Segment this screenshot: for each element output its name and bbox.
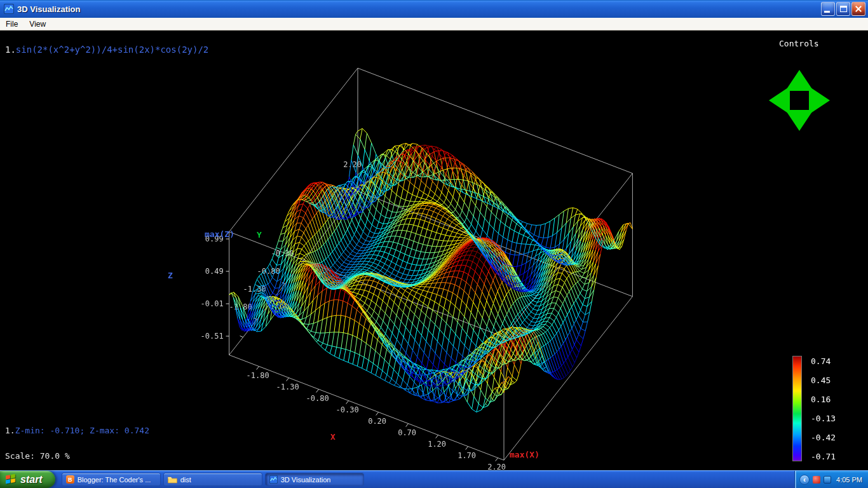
tray-alert-icon[interactable] [813, 476, 820, 484]
start-button[interactable]: start [0, 471, 55, 488]
view-controls-pad [769, 70, 830, 131]
task-label: Blogger: The Coder's ... [78, 476, 151, 484]
windows-logo-icon [6, 474, 17, 485]
legend-value: 0.16 [811, 395, 831, 404]
control-arrow-left-icon[interactable] [769, 86, 790, 114]
task-label: 3D Visualization [281, 476, 331, 484]
axis-label-max-x: max(X) [510, 450, 539, 459]
status-index: 1. [5, 426, 15, 435]
tray-chevron-icon[interactable]: ‹ [799, 475, 810, 485]
app-icon [4, 4, 14, 14]
task-label: dist [180, 476, 191, 484]
formula-index: 1. [5, 44, 16, 55]
menu-file[interactable]: File [0, 18, 24, 30]
taskbar-task-dist[interactable]: dist [163, 473, 262, 486]
app-window: 3D Visualization File View 1.sin(2*(x^2+… [0, 0, 868, 488]
taskbar-task-blogger[interactable]: B Blogger: The Coder's ... [62, 473, 161, 486]
minimize-button[interactable] [821, 2, 835, 16]
controls-label: Controls [779, 39, 819, 48]
legend-value: 0.74 [811, 356, 831, 366]
formula-line: 1.sin(2*(x^2+y^2))/4+sin(2x)*cos(2y)/2 [5, 44, 208, 55]
zrange-status: 1.Z-min: -0.710; Z-max: 0.742 [5, 426, 149, 435]
system-tray: ‹ 4:05 PM [794, 471, 868, 488]
maximize-button[interactable] [836, 2, 850, 16]
window-title: 3D Visualization [17, 4, 821, 14]
titlebar: 3D Visualization [0, 0, 868, 18]
plot-area: 1.sin(2*(x^2+y^2))/4+sin(2x)*cos(2y)/2 C… [0, 30, 868, 470]
legend-value: -0.42 [811, 433, 836, 442]
taskbar: start B Blogger: The Coder's ... dist [0, 470, 868, 488]
folder-icon [168, 476, 177, 484]
legend-value: -0.13 [811, 414, 836, 423]
window-controls [821, 2, 865, 16]
taskbar-task-3d-visualization[interactable]: 3D Visualization [265, 473, 364, 486]
legend-value: -0.71 [811, 452, 836, 461]
axis-label-y: Y [257, 230, 262, 240]
menu-view[interactable]: View [24, 18, 51, 30]
status-text: Z-min: -0.710; Z-max: 0.742 [15, 426, 149, 435]
scale-status: Scale: 70.0 % [5, 451, 70, 461]
axis-label-z: Z [168, 271, 173, 280]
formula-text: sin(2*(x^2+y^2))/4+sin(2x)*cos(2y)/2 [16, 44, 208, 55]
close-button[interactable] [851, 2, 865, 16]
maximize-icon [840, 6, 847, 12]
plot-canvas[interactable] [0, 30, 868, 470]
axis-label-x: X [330, 432, 336, 442]
taskbar-tasks: B Blogger: The Coder's ... dist [55, 471, 794, 488]
start-label: start [20, 474, 43, 485]
axis-label-max-z: max(Z) [205, 229, 234, 239]
tray-clock[interactable]: 4:05 PM [836, 476, 862, 484]
blogger-icon: B [66, 475, 74, 484]
minimize-icon [824, 11, 830, 13]
tray-display-icon[interactable] [824, 476, 831, 484]
control-arrow-right-icon[interactable] [809, 86, 830, 114]
legend-colorbar [792, 356, 802, 461]
menubar: File View [0, 18, 868, 30]
legend-value: 0.45 [811, 376, 831, 385]
app-icon-small [269, 475, 278, 484]
